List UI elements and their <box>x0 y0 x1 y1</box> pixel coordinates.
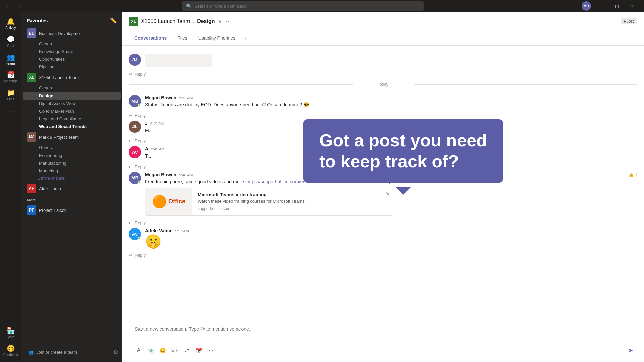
main-content: XL X1050 Launch Team › Design ★ ··· Publ… <box>122 12 644 362</box>
link-card-description: Watch these video training courses for M… <box>198 199 378 204</box>
channel-more-icon[interactable]: ··· <box>226 18 231 25</box>
attach-button[interactable]: 📎 <box>145 345 156 356</box>
team-icon-m8: M8 <box>27 132 36 142</box>
channel-bd-knowledge[interactable]: Knowledge Share <box>23 48 121 55</box>
team-project-falcon[interactable]: PF Project Falcon ··· <box>23 203 121 217</box>
more-apps-icon: ··· <box>8 108 14 115</box>
close-button[interactable]: ✕ <box>625 0 640 12</box>
msg-time-j: 9:40 AM <box>150 122 164 126</box>
nav-item-files[interactable]: 📁 Files <box>0 86 21 104</box>
send-button[interactable]: ➤ <box>628 347 633 354</box>
restore-button[interactable]: ◻ <box>609 0 625 12</box>
breadcrumb: XL X1050 Launch Team › Design ★ ··· <box>129 17 617 26</box>
activity-icon: 🔔 <box>7 17 15 25</box>
reply-old[interactable]: ↩ Reply <box>129 72 637 77</box>
favorite-icon[interactable]: ★ <box>218 19 222 24</box>
channel-bd-pipeline[interactable]: Pipeline <box>23 63 121 71</box>
team-icon-pf: PF <box>27 205 36 215</box>
nav-item-chat[interactable]: 💬 Chat <box>0 33 21 50</box>
nav-rail: 🔔 Activity 💬 Chat 👥 Teams 📅 Meetings 📁 F… <box>0 12 21 362</box>
store-icon: 🏪 <box>7 326 15 335</box>
reply-label-2: Reply <box>135 220 146 225</box>
channel-m8-marketing[interactable]: Marketing <box>23 167 121 175</box>
emoji-button[interactable]: 😊 <box>157 345 168 356</box>
reply-adele[interactable]: ↩ Reply <box>129 253 637 258</box>
channel-xl-gtm[interactable]: Go to Market Plan <box>23 107 121 115</box>
office-icon: 🟠 <box>152 195 167 209</box>
breadcrumb-separator: › <box>193 19 194 24</box>
avatar-adele: AV <box>129 228 141 240</box>
channel-bd-opportunities[interactable]: Opportunities <box>23 55 121 63</box>
nav-label-activity: Activity <box>5 26 16 30</box>
team-business-development[interactable]: BD Business Development ··· <box>23 26 121 40</box>
tab-files[interactable]: Files <box>172 31 193 45</box>
minimize-button[interactable]: − <box>594 0 609 12</box>
link-card: 🟠 Office Microsoft Teams video training … <box>145 188 393 216</box>
nav-item-more[interactable]: ··· <box>0 105 21 118</box>
nav-item-teams[interactable]: 👥 Teams <box>0 50 21 68</box>
avatar-megan-1: MB <box>129 95 141 107</box>
msg-text-megan-1: Status Reports are due by EOD. Does anyo… <box>145 102 637 108</box>
message-input[interactable] <box>129 322 637 341</box>
forward-button[interactable]: → <box>15 1 24 11</box>
team-x1050[interactable]: XL X1050 Launch Team ··· <box>23 71 121 84</box>
team-name-m8: Mark 8 Project Team <box>39 135 112 140</box>
channel-m8-general[interactable]: General <box>23 144 121 152</box>
add-tab-button[interactable]: + <box>241 33 249 44</box>
channel-m8-manufacturing[interactable]: Manufacturing <box>23 159 121 167</box>
channel-xl-web[interactable]: Web and Social Trends <box>23 123 121 130</box>
nav-item-meetings[interactable]: 📅 Meetings <box>0 68 21 86</box>
gif-button[interactable]: GIF <box>169 345 180 356</box>
compose-icon[interactable]: ✏️ <box>110 17 117 24</box>
msg-time-megan-2: 9:46 AM <box>179 173 193 177</box>
sidebar-header: Favorites ✏️ <box>21 12 122 26</box>
tab-usability[interactable]: Usability Priorities <box>193 31 241 45</box>
reply-icon-2: ↩ <box>129 220 132 225</box>
nav-item-store[interactable]: 🏪 Store <box>0 324 21 342</box>
channel-bd-general[interactable]: General <box>23 40 121 48</box>
nav-label-store: Store <box>7 335 15 339</box>
join-team-icon: 👥 <box>28 350 34 355</box>
channel-m8-engineering[interactable]: Engineering <box>23 152 121 159</box>
back-button[interactable]: ← <box>4 1 13 11</box>
format-button[interactable]: A <box>133 345 144 356</box>
window-controls: − ◻ ✕ <box>594 0 640 12</box>
channel-xl-legal[interactable]: Legal and Compliance <box>23 115 121 123</box>
channel-xl-design[interactable]: Design <box>23 92 121 100</box>
avatar-j: JL <box>129 121 141 133</box>
online-indicator-2 <box>138 181 141 184</box>
nav-arrows: ← → <box>4 1 24 11</box>
team-after-hours[interactable]: AH After Hours ··· <box>23 182 121 195</box>
msg-body-megan-1: Megan Bowen 9:32 AM Status Reports are d… <box>145 95 637 108</box>
tooltip-text: Got a post you needto keep track of? <box>319 131 487 171</box>
message-input-area: A 📎 😊 GIF 🗂 📅 ··· ➤ <box>122 318 644 362</box>
settings-icon[interactable]: ⚙ <box>113 349 118 355</box>
msg-header-adele: Adele Vance 9:57 AM <box>145 228 637 233</box>
more-toolbar-button[interactable]: ··· <box>206 345 216 356</box>
channel-tabs: Conversations Files Usability Priorities… <box>122 31 644 46</box>
channel-xl-general[interactable]: General <box>23 84 121 92</box>
app-body: 🔔 Activity 💬 Chat 👥 Teams 📅 Meetings 📁 F… <box>0 12 644 362</box>
breadcrumb-team: X1050 Launch Team <box>141 18 190 24</box>
schedule-button[interactable]: 📅 <box>194 345 204 356</box>
user-avatar[interactable]: MB <box>582 1 591 11</box>
tooltip-overlay: Got a post you needto keep track of? <box>303 119 503 183</box>
visibility-badge: Public <box>621 18 637 24</box>
nav-item-activity[interactable]: 🔔 Activity <box>0 15 21 33</box>
channel-xl-digital[interactable]: Digital Assets Web <box>23 100 121 107</box>
more-channels-m8[interactable]: 1 more channel <box>21 175 122 182</box>
message-input-box[interactable]: A 📎 😊 GIF 🗂 📅 ··· ➤ <box>129 322 637 358</box>
close-card-button[interactable]: ✕ <box>383 188 393 200</box>
join-team-button[interactable]: 👥 Join or create a team <box>25 348 111 357</box>
team-mark8[interactable]: M8 Mark 8 Project Team ··· <box>23 130 121 144</box>
reply-megan-2[interactable]: ↩ Reply <box>129 220 637 225</box>
sticker-button[interactable]: 🗂 <box>181 345 192 356</box>
team-name-pf: Project Falcon <box>39 208 112 213</box>
channel-header: XL X1050 Launch Team › Design ★ ··· Publ… <box>122 12 644 31</box>
search-input[interactable] <box>194 4 420 9</box>
search-bar[interactable]: 🔍 <box>182 1 424 11</box>
nav-item-feedback[interactable]: 😊 Feedback <box>0 342 21 359</box>
reply-megan-1[interactable]: ↩ Reply <box>129 113 637 118</box>
files-icon: 📁 <box>7 88 15 97</box>
tab-conversations[interactable]: Conversations <box>129 31 172 45</box>
